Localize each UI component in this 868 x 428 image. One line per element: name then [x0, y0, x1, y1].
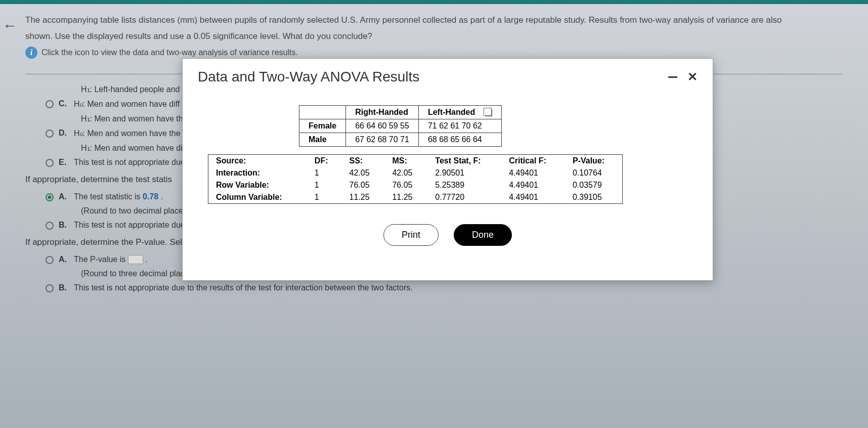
pvalue-b-label: B. — [59, 283, 69, 292]
pvalue-input-box[interactable] — [128, 255, 143, 264]
anova-r2-df: 1 — [307, 191, 342, 204]
print-button[interactable]: Print — [383, 224, 439, 246]
radio-pvalue-a[interactable] — [46, 256, 54, 264]
anova-h-p: P-Value: — [565, 155, 623, 167]
dt-col2-text: Left-Handed — [428, 108, 475, 116]
dt-r1c1: 66 64 60 59 55 — [346, 119, 419, 133]
modal-controls: ✕ — [668, 70, 698, 84]
anova-h-source: Source: — [208, 155, 307, 167]
info-icon: i — [25, 47, 37, 59]
answer-b-label: B. — [59, 221, 69, 230]
dt-r2c1: 67 62 68 70 71 — [346, 133, 419, 147]
anova-r0-source: Interaction: — [216, 168, 260, 177]
anova-r0-f: 2.90501 — [427, 167, 501, 179]
dt-row1-label: Female — [299, 119, 346, 133]
minimize-icon[interactable] — [668, 76, 677, 78]
answer-a-suffix: . — [158, 192, 163, 201]
close-icon[interactable]: ✕ — [687, 70, 698, 84]
anova-h-f: Test Stat, F: — [427, 155, 501, 167]
data-table: Right-Handed Left-Handed Female 66 64 60… — [299, 105, 502, 147]
top-border — [0, 0, 868, 4]
dt-r1c2: 71 62 61 70 62 — [418, 119, 501, 133]
anova-r2-ms: 11.25 — [384, 191, 427, 204]
anova-r0-ms: 42.05 — [384, 167, 427, 179]
anova-row-col: Column Variable: 1 11.25 11.25 0.77720 4… — [208, 191, 623, 204]
problem-intro-line1: The accompanying table lists distances (… — [25, 14, 843, 26]
radio-d[interactable] — [46, 130, 54, 138]
option-e-label: E. — [59, 158, 69, 167]
radio-e[interactable] — [46, 159, 54, 167]
info-link[interactable]: i Click the icon to view the data and tw… — [25, 47, 843, 59]
anova-r2-source: Column Variable: — [216, 193, 282, 201]
done-button[interactable]: Done — [454, 224, 512, 246]
info-link-text: Click the icon to view the data and two-… — [41, 48, 298, 57]
anova-r1-df: 1 — [307, 179, 342, 191]
anova-h-ss: SS: — [342, 155, 385, 167]
radio-c[interactable] — [46, 100, 54, 108]
anova-r0-critf: 4.49401 — [501, 167, 565, 179]
anova-r1-source: Row Variable: — [216, 181, 269, 189]
anova-r2-critf: 4.49401 — [501, 191, 565, 204]
anova-row-interaction: Interaction: 1 42.05 42.05 2.90501 4.494… — [208, 167, 623, 179]
answer-a-value: 0.78 — [143, 192, 158, 201]
copy-icon[interactable] — [485, 109, 492, 116]
modal-header: Data and Two-Way ANOVA Results ✕ — [198, 69, 698, 85]
radio-answer-b[interactable] — [46, 222, 54, 230]
radio-pvalue-b[interactable] — [46, 284, 54, 292]
answer-a-label: A. — [59, 192, 69, 201]
anova-r0-df: 1 — [307, 167, 342, 179]
anova-h-df: DF: — [307, 155, 342, 167]
anova-r1-ms: 76.05 — [384, 179, 427, 191]
anova-r0-ss: 42.05 — [342, 167, 385, 179]
anova-table: Source: DF: SS: MS: Test Stat, F: Critic… — [208, 154, 623, 204]
anova-r1-p: 0.03579 — [565, 179, 623, 191]
answer-a-prefix: The test statistic is — [74, 192, 143, 201]
dt-col2-header: Left-Handed — [418, 106, 501, 119]
dt-row2-label: Male — [299, 133, 346, 147]
pvalue-b[interactable]: B. This test is not appropriate due to t… — [46, 283, 843, 292]
problem-intro-line2: shown. Use the displayed results and use… — [25, 30, 843, 42]
anova-r1-f: 5.25389 — [427, 179, 501, 191]
modal-buttons: Print Done — [198, 224, 698, 246]
option-c-label: C. — [59, 99, 69, 108]
anova-modal: Data and Two-Way ANOVA Results ✕ Right-H… — [182, 58, 713, 281]
radio-answer-a[interactable] — [46, 193, 54, 201]
pvalue-a-prefix: The P-value is — [74, 255, 128, 264]
anova-h-ms: MS: — [384, 155, 427, 167]
option-d-label: D. — [59, 129, 69, 138]
pvalue-b-text: This test is not appropriate due to the … — [74, 283, 843, 292]
back-arrow-icon[interactable]: ← — [0, 15, 19, 36]
anova-r1-critf: 4.49401 — [501, 179, 565, 191]
anova-row-row: Row Variable: 1 76.05 76.05 5.25389 4.49… — [208, 179, 623, 191]
anova-r1-ss: 76.05 — [342, 179, 385, 191]
dt-col1-header: Right-Handed — [346, 106, 419, 119]
pvalue-a-label: A. — [59, 255, 69, 264]
anova-h-critf: Critical F: — [501, 155, 565, 167]
anova-r2-f: 0.77720 — [427, 191, 501, 204]
anova-r0-p: 0.10764 — [565, 167, 623, 179]
dt-r2c2: 68 68 65 66 64 — [418, 133, 501, 147]
modal-title: Data and Two-Way ANOVA Results — [198, 69, 419, 85]
anova-r2-p: 0.39105 — [565, 191, 623, 204]
anova-r2-ss: 11.25 — [342, 191, 385, 204]
